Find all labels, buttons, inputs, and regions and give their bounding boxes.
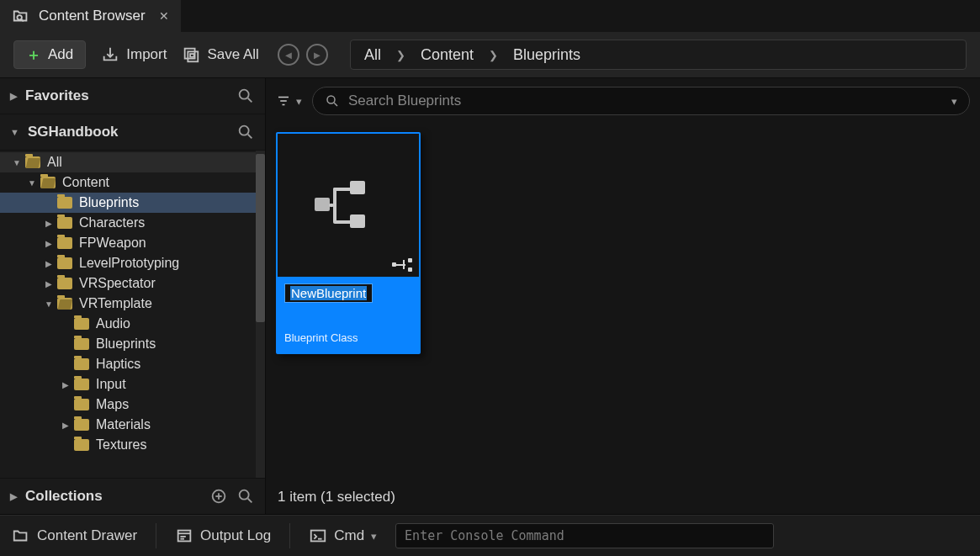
filter-button[interactable]: ▾	[276, 93, 302, 109]
chevron-down-icon: ▼	[44, 299, 54, 309]
tree-node-input[interactable]: ▶ Input	[0, 374, 256, 394]
output-log-button[interactable]: Output Log	[175, 527, 271, 545]
breadcrumb-item[interactable]: Content	[421, 46, 474, 64]
tree-label: Characters	[79, 215, 145, 230]
breadcrumb-item[interactable]: All	[364, 46, 381, 64]
asset-tile-newblueprint[interactable]: NewBlueprint Blueprint Class	[276, 132, 421, 354]
save-all-icon	[182, 45, 200, 64]
favorites-section[interactable]: ▶ Favorites	[0, 78, 265, 114]
add-collection-icon[interactable]	[209, 487, 228, 506]
chevron-down-icon: ▼	[10, 127, 19, 137]
chevron-down-icon[interactable]: ▾	[951, 95, 957, 108]
svg-line-18	[334, 103, 337, 106]
search-icon[interactable]	[236, 123, 255, 141]
bottom-bar: Content Drawer Output Log Cmd ▾ Enter Co…	[0, 515, 980, 556]
output-label: Output Log	[200, 527, 271, 544]
folder-icon	[74, 439, 89, 451]
tab-content-browser[interactable]: Content Browser ✕	[0, 0, 181, 32]
tree-node-vrspectator[interactable]: ▶ VRSpectator	[0, 273, 256, 294]
tree-node-content[interactable]: ▼ Content	[0, 172, 256, 193]
add-button[interactable]: ＋ Add	[13, 40, 86, 69]
breadcrumb[interactable]: All ❯ Content ❯ Blueprints	[350, 40, 967, 70]
svg-point-5	[240, 90, 249, 99]
tree-node-haptics[interactable]: Haptics	[0, 354, 256, 374]
asset-grid[interactable]: NewBlueprint Blueprint Class	[266, 124, 980, 480]
content-pane: ▾ Search Blueprints ▾	[266, 78, 980, 514]
import-icon	[101, 45, 119, 64]
tree-node-all[interactable]: ▼ All	[0, 152, 256, 172]
chevron-right-icon: ❯	[396, 49, 405, 61]
collections-label: Collections	[25, 488, 103, 505]
folder-icon	[57, 298, 72, 310]
save-all-button[interactable]: Save All	[182, 45, 258, 64]
drawer-icon	[12, 527, 30, 545]
search-input[interactable]: Search Blueprints ▾	[312, 87, 970, 115]
asset-name-input[interactable]: NewBlueprint	[284, 283, 373, 303]
tree-label: FPWeapon	[79, 236, 146, 251]
cmd-label: Cmd	[334, 527, 364, 544]
tree-label: All	[47, 155, 62, 170]
folder-icon	[57, 197, 72, 209]
tree-node-characters[interactable]: ▶ Characters	[0, 213, 256, 233]
tree-label: VRTemplate	[79, 296, 152, 311]
search-icon[interactable]	[236, 87, 255, 105]
tree-node-blueprints2[interactable]: Blueprints	[0, 334, 256, 354]
close-icon[interactable]: ✕	[159, 9, 169, 23]
nav-back-button[interactable]: ◄	[278, 44, 299, 66]
tree-node-textures[interactable]: Textures	[0, 435, 256, 455]
tree-node-audio[interactable]: Audio	[0, 314, 256, 334]
console-input[interactable]: Enter Console Command	[395, 523, 774, 548]
project-label: SGHandbook	[28, 124, 119, 140]
folder-icon	[57, 257, 72, 269]
svg-point-17	[327, 96, 335, 103]
blueprint-badge-icon	[392, 258, 412, 272]
chevron-right-icon: ▶	[44, 259, 54, 268]
nav-forward-button[interactable]: ►	[306, 44, 328, 66]
chevron-down-icon: ▾	[296, 95, 302, 108]
folder-icon	[57, 237, 72, 249]
tree-label: Haptics	[96, 357, 140, 372]
import-button[interactable]: Import	[101, 45, 167, 64]
tree-node-levelproto[interactable]: ▶ LevelPrototyping	[0, 253, 256, 273]
cmd-dropdown[interactable]: Cmd ▾	[309, 527, 377, 545]
save-all-label: Save All	[207, 46, 258, 63]
chevron-right-icon: ❯	[489, 49, 498, 61]
log-icon	[175, 527, 193, 545]
folder-icon	[74, 399, 89, 410]
source-tree[interactable]: ▼ All ▼ Content Blueprints ▶ Ch	[0, 151, 256, 478]
tree-node-materials[interactable]: ▶ Materials	[0, 415, 256, 435]
tree-node-vrtemplate[interactable]: ▼ VRTemplate	[0, 294, 256, 314]
folder-icon	[74, 338, 89, 350]
project-section[interactable]: ▼ SGHandbook	[0, 114, 265, 151]
chevron-right-icon: ▶	[44, 279, 54, 289]
tree-label: VRSpectator	[79, 276, 156, 291]
search-icon[interactable]	[236, 487, 255, 506]
svg-point-12	[240, 490, 249, 500]
svg-rect-4	[191, 54, 195, 57]
folder-icon	[74, 419, 89, 431]
favorites-label: Favorites	[25, 87, 89, 104]
folder-icon	[74, 358, 89, 370]
svg-line-8	[248, 135, 252, 139]
collections-section[interactable]: ▶ Collections	[0, 478, 265, 514]
blueprint-icon	[315, 181, 382, 230]
tree-label: Content	[62, 175, 109, 190]
tree-label: LevelPrototyping	[79, 256, 179, 271]
tree-node-fpweapon[interactable]: ▶ FPWeapon	[0, 233, 256, 253]
content-drawer-button[interactable]: Content Drawer	[12, 527, 137, 545]
chevron-down-icon: ▼	[12, 158, 22, 167]
scrollbar-thumb[interactable]	[256, 154, 265, 322]
tree-node-blueprints[interactable]: Blueprints	[0, 193, 256, 213]
tab-title: Content Browser	[39, 8, 146, 24]
sources-sidebar: ▶ Favorites ▼ SGHandbook ▼ All ▼ Con	[0, 78, 266, 514]
drawer-label: Content Drawer	[37, 527, 137, 544]
filter-icon	[276, 93, 291, 109]
tree-node-maps[interactable]: Maps	[0, 394, 256, 415]
toolbar: ＋ Add Import Save All ◄ ► All ❯ Content …	[0, 32, 980, 78]
tree-scrollbar[interactable]	[256, 151, 265, 478]
tree-label: Blueprints	[96, 336, 156, 352]
svg-point-7	[240, 126, 249, 135]
svg-line-6	[248, 98, 252, 103]
breadcrumb-item[interactable]: Blueprints	[513, 46, 580, 64]
folder-icon	[74, 318, 89, 330]
